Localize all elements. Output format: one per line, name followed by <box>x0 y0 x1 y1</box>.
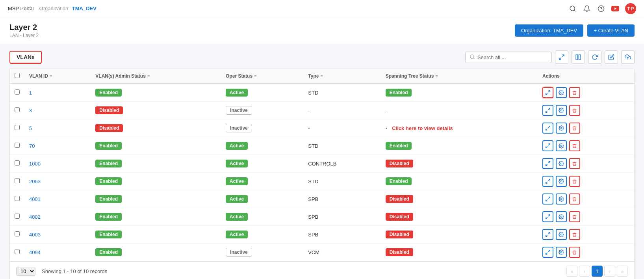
table-header-row: VLAN ID ≡ VLAN(s) Admin Status ≡ Oper St… <box>10 69 634 84</box>
svg-point-19 <box>560 127 562 129</box>
spanning-status-cell: - <box>381 102 538 119</box>
edit-vlan-btn[interactable] <box>556 87 567 98</box>
svg-line-5 <box>473 58 475 59</box>
view-details-btn[interactable] <box>542 105 553 116</box>
svg-line-1 <box>574 10 575 11</box>
edit-vlan-btn[interactable] <box>556 158 567 169</box>
expand-icon[interactable] <box>555 50 568 64</box>
view-details-btn[interactable] <box>542 140 553 151</box>
delete-vlan-btn[interactable] <box>569 176 580 187</box>
view-details-btn[interactable] <box>542 247 553 258</box>
row-checkbox[interactable] <box>15 249 20 254</box>
columns-icon[interactable] <box>572 50 585 64</box>
row-checkbox[interactable] <box>15 125 20 130</box>
col-oper-status: Oper Status ≡ <box>221 69 303 84</box>
spanning-filter-icon[interactable]: ≡ <box>435 74 438 78</box>
vlan-id-filter-icon[interactable]: ≡ <box>50 74 52 78</box>
search-input[interactable] <box>477 54 547 60</box>
spanning-status-badge: Disabled <box>386 231 413 238</box>
row-checkbox[interactable] <box>15 107 20 112</box>
view-details-btn[interactable] <box>542 87 553 98</box>
table-row: 2063EnabledActiveSTDEnabled <box>10 173 634 190</box>
vlan-id-link[interactable]: 4094 <box>29 249 41 255</box>
vlan-id-link[interactable]: 4003 <box>29 232 41 238</box>
view-details-btn[interactable] <box>542 176 553 187</box>
last-page-btn[interactable]: » <box>617 266 628 277</box>
vlan-id-link[interactable]: 70 <box>29 143 35 149</box>
delete-vlan-btn[interactable] <box>569 158 580 169</box>
bell-icon[interactable] <box>583 4 591 13</box>
edit-vlan-btn[interactable] <box>556 193 567 205</box>
vlans-tab[interactable]: VLANs <box>9 51 42 63</box>
row-checkbox[interactable] <box>15 231 20 236</box>
refresh-icon[interactable] <box>588 50 601 64</box>
help-icon[interactable] <box>597 4 605 13</box>
delete-vlan-btn[interactable] <box>569 140 580 151</box>
spanning-status-cell: -Click here to view details <box>381 119 538 137</box>
delete-vlan-btn[interactable] <box>569 229 580 240</box>
select-all-header[interactable] <box>10 69 24 84</box>
vlan-id-link[interactable]: 5 <box>29 125 32 131</box>
prev-page-btn[interactable]: ‹ <box>579 266 590 277</box>
org-button[interactable]: Organization: TMA_DEV <box>515 24 583 37</box>
youtube-icon[interactable] <box>611 4 620 13</box>
edit-vlan-btn[interactable] <box>556 140 567 151</box>
search-nav-icon[interactable] <box>568 4 577 13</box>
nav-brand: MSP Portal Organization: TMA_DEV <box>8 6 97 11</box>
type-cell: SPB <box>303 226 381 244</box>
vlan-id-link[interactable]: 4002 <box>29 214 41 220</box>
org-value: TMA_DEV <box>72 6 97 11</box>
vlan-id-link[interactable]: 2063 <box>29 179 41 184</box>
edit-vlan-btn[interactable] <box>556 211 567 222</box>
records-info: Showing 1 - 10 of 10 records <box>42 268 107 274</box>
view-details-btn[interactable] <box>542 193 553 205</box>
edit-vlan-btn[interactable] <box>556 105 567 116</box>
next-page-btn[interactable]: › <box>604 266 615 277</box>
vlan-id-link[interactable]: 1 <box>29 90 32 96</box>
oper-status-badge: Inactive <box>226 248 252 257</box>
upload-icon[interactable] <box>621 50 635 64</box>
edit-vlan-btn[interactable] <box>556 176 567 187</box>
edit-vlan-btn[interactable] <box>556 123 567 134</box>
vlan-id-link[interactable]: 4001 <box>29 196 41 202</box>
admin-status-filter-icon[interactable]: ≡ <box>147 74 150 78</box>
first-page-btn[interactable]: « <box>566 266 577 277</box>
row-checkbox[interactable] <box>15 214 20 219</box>
svg-rect-8 <box>576 55 578 60</box>
delete-vlan-btn[interactable] <box>569 193 580 205</box>
type-cell: - <box>303 102 381 119</box>
per-page-select[interactable]: 10 25 50 <box>16 267 35 276</box>
vlan-id-link[interactable]: 3 <box>29 108 32 113</box>
view-details-btn[interactable] <box>542 211 553 222</box>
view-details-btn[interactable] <box>542 229 553 240</box>
edit-vlan-btn[interactable] <box>556 247 567 258</box>
delete-vlan-btn[interactable] <box>569 247 580 258</box>
table-row: 4001EnabledActiveSPBDisabled <box>10 190 634 208</box>
table-row: 4003EnabledActiveSPBDisabled <box>10 226 634 244</box>
admin-status-badge: Enabled <box>95 195 122 203</box>
avatar[interactable]: T P <box>625 3 636 14</box>
view-details-btn[interactable] <box>542 123 553 134</box>
delete-vlan-btn[interactable] <box>569 211 580 222</box>
delete-vlan-btn[interactable] <box>569 87 580 98</box>
col-actions: Actions <box>538 69 634 84</box>
vlan-id-link[interactable]: 1000 <box>29 161 41 167</box>
edit-icon[interactable] <box>605 50 618 64</box>
create-vlan-button[interactable]: + Create VLAN <box>587 24 635 37</box>
row-checkbox[interactable] <box>15 196 20 201</box>
row-checkbox[interactable] <box>15 89 20 95</box>
page-1-btn[interactable]: 1 <box>592 266 603 277</box>
row-checkbox[interactable] <box>15 178 20 183</box>
delete-vlan-btn[interactable] <box>569 123 580 134</box>
view-details-btn[interactable] <box>542 158 553 169</box>
edit-vlan-btn[interactable] <box>556 229 567 240</box>
type-filter-icon[interactable]: ≡ <box>320 74 323 78</box>
admin-status-badge: Enabled <box>95 160 122 167</box>
delete-vlan-btn[interactable] <box>569 105 580 116</box>
svg-point-16 <box>560 110 562 111</box>
row-checkbox[interactable] <box>15 160 20 166</box>
row-checkbox[interactable] <box>15 143 20 148</box>
oper-status-filter-icon[interactable]: ≡ <box>254 74 256 78</box>
oper-status-badge: Active <box>226 177 248 185</box>
select-all-checkbox[interactable] <box>15 73 20 78</box>
